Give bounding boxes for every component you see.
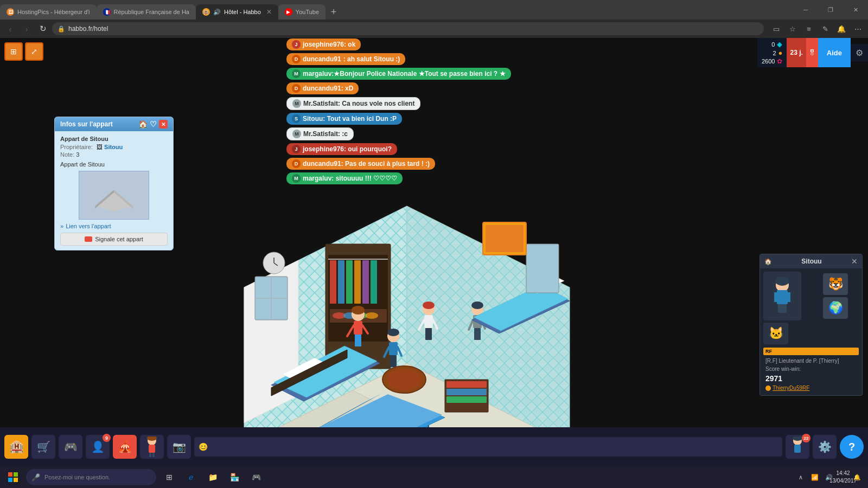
score-label: Score win-win: xyxy=(763,365,859,373)
svg-rect-53 xyxy=(474,328,481,340)
close-button[interactable]: ✕ xyxy=(843,0,868,20)
avatar-6: M xyxy=(292,130,301,138)
clock-display[interactable]: 14:42 13/04/2017 xyxy=(837,471,850,484)
svg-rect-63 xyxy=(446,389,487,395)
microphone-icon: 🎤 xyxy=(31,473,40,481)
omnibox[interactable]: 🔒 habbo.fr/hotel xyxy=(52,22,764,35)
layout-toggle-button[interactable]: ⊞ xyxy=(4,42,23,61)
badge-icon[interactable]: 🎖 xyxy=(806,38,818,67)
aide-button[interactable]: Aide xyxy=(818,38,851,67)
habbo-avatar-icon[interactable] xyxy=(140,435,164,459)
chat-input-field[interactable] xyxy=(211,443,778,451)
habbo-home-icon[interactable]: 🏨 xyxy=(4,435,28,459)
habbo-character-icon[interactable]: 👤 9 xyxy=(86,435,110,459)
back-button[interactable]: ‹ xyxy=(3,22,17,36)
link-icon xyxy=(765,386,771,391)
petals-row: 2600 ✿ xyxy=(762,57,782,65)
tab-close-3[interactable]: ✕ xyxy=(266,8,272,16)
task-view-button[interactable]: ⊞ xyxy=(158,466,180,488)
habbo-nav-1[interactable]: 🛒 xyxy=(31,435,55,459)
owner-field: Propriétaire: 🖼 Sitouu xyxy=(60,144,168,150)
network-icon[interactable]: 📶 xyxy=(808,471,821,484)
notifications-icon[interactable]: 🔔 xyxy=(834,22,848,36)
habbo-camera-icon[interactable]: 📷 xyxy=(167,435,191,459)
diamonds-row: 0 ◆ xyxy=(771,40,782,48)
habbo-red-icon[interactable]: 🎪 xyxy=(113,435,137,459)
help-button[interactable]: ? xyxy=(840,435,864,459)
report-button[interactable]: Signale cet appart xyxy=(60,233,168,246)
file-explorer-icon[interactable]: 📁 xyxy=(202,466,224,488)
chat-bubble-5: S Sitouu: Tout va bien ici Dun :P xyxy=(286,113,402,125)
chat-text-4: Mr.Satisfait: Ca nous vole nos client xyxy=(303,100,414,107)
menu-icon[interactable]: ≡ xyxy=(802,22,816,36)
chat-message-3: D duncandu91: xD xyxy=(286,82,744,94)
svg-rect-60 xyxy=(526,244,559,293)
settings-button[interactable]: ⚙ xyxy=(851,44,868,61)
forward-button[interactable]: › xyxy=(20,22,34,36)
svg-rect-94 xyxy=(14,472,18,477)
lock-icon: 🔒 xyxy=(58,25,65,33)
more-icon[interactable]: ⋯ xyxy=(851,22,865,36)
avatar-1: D xyxy=(292,55,301,63)
room-description: Appart de Sitouu xyxy=(60,161,168,168)
note-label: Note: xyxy=(60,151,74,158)
restore-button[interactable]: ❐ xyxy=(818,0,843,20)
tab-youtube[interactable]: ▶ YouTube xyxy=(278,4,326,20)
reading-mode-icon[interactable]: ▭ xyxy=(769,22,783,36)
gear-icon: ⚙ xyxy=(856,48,863,58)
player-avatar-tiger: 🐯 xyxy=(823,273,848,295)
svg-point-28 xyxy=(365,312,378,319)
coin-icon: ● xyxy=(778,49,783,57)
chat-bubble-2: M margaluv:★Bonjour Police Nationale ★To… xyxy=(286,68,511,80)
tab-habbo[interactable]: 🏨 🔊 Hôtel - Habbo ✕ xyxy=(196,4,278,20)
habbo-nav-2[interactable]: 🎮 xyxy=(59,435,82,459)
player-panel: 🏠 Sitouu ✕ xyxy=(760,254,863,396)
friend-icon[interactable]: 22 xyxy=(786,435,809,459)
game-icon[interactable]: 🎮 xyxy=(245,466,267,488)
tab-hostingpics[interactable]: 🖼 HostingPics - Hébergeur d'i xyxy=(0,4,97,20)
tab-label-3: Hôtel - Habbo xyxy=(224,9,261,15)
player-panel-close-button[interactable]: ✕ xyxy=(851,257,858,266)
info-panel-heart-icon[interactable]: ♡ xyxy=(150,120,157,129)
score-value: 2971 xyxy=(763,373,859,384)
windows-start-button[interactable] xyxy=(2,466,24,488)
badge-symbol: 🎖 xyxy=(808,48,816,57)
zoom-button[interactable]: ⤢ xyxy=(25,42,43,61)
svg-rect-87 xyxy=(149,453,151,457)
notifications-button[interactable]: 🔔 xyxy=(851,471,864,484)
svg-rect-19 xyxy=(346,260,353,304)
chat-text-6: Mr.Satisfait: :c xyxy=(303,130,348,138)
windows-taskbar: 🎤 Posez-moi une question. ⊞ ℯ 📁 🏪 🎮 ∧ 📶 … xyxy=(0,466,868,488)
chat-text-1: : ah salut Sitouu :) xyxy=(343,55,400,63)
reload-button[interactable]: ↻ xyxy=(36,22,50,36)
taskbar-settings-icon[interactable]: ⚙️ xyxy=(813,435,837,459)
windows-search-box[interactable]: 🎤 Posez-moi une question. xyxy=(26,469,156,485)
chat-message-5: S Sitouu: Tout va bien ici Dun :P xyxy=(286,113,744,125)
info-panel-close-button[interactable]: ✕ xyxy=(159,120,168,129)
new-tab-button[interactable]: + xyxy=(326,4,342,20)
tab-republique[interactable]: 🇫🇷 République Française de Ha xyxy=(97,4,196,20)
player-profile-link[interactable]: ThierryDu59RF xyxy=(763,384,859,392)
player-avatar-globe: 🌍 xyxy=(823,297,848,319)
favorites-icon[interactable]: ☆ xyxy=(786,22,800,36)
avatar-2: M xyxy=(292,69,301,78)
svg-rect-22 xyxy=(371,260,377,304)
chat-bubble-3: D duncandu91: xD xyxy=(286,82,359,94)
edge-icon[interactable]: ℯ xyxy=(180,466,202,488)
chat-emoji-toggle[interactable]: 😊 xyxy=(199,442,208,451)
room-link[interactable]: Lien vers l'appart xyxy=(60,223,168,229)
expand-tray-button[interactable]: ∧ xyxy=(794,471,807,484)
info-panel-header: Infos sur l'appart 🏠 ♡ ✕ xyxy=(55,117,173,131)
note-field: Note: 3 xyxy=(60,151,168,158)
info-panel-icon[interactable]: 🏠 xyxy=(138,120,148,129)
edit-icon[interactable]: ✎ xyxy=(818,22,832,36)
chat-bubble-4: M Mr.Satisfait: Ca nous vole nos client xyxy=(286,97,420,110)
chat-message-2: M margaluv:★Bonjour Police Nationale ★To… xyxy=(286,68,744,80)
store-icon[interactable]: 🏪 xyxy=(224,466,245,488)
chat-message-7: J josephine976: oui pourquoi? xyxy=(286,143,744,155)
player-panel-title: Sitouu xyxy=(801,258,821,265)
minimize-button[interactable]: ─ xyxy=(793,0,818,20)
taskbar-right-icons: 22 ⚙️ ? xyxy=(786,435,864,459)
chat-message-0: J josephine976: ok xyxy=(286,38,744,50)
character-badge: 9 xyxy=(103,434,111,442)
